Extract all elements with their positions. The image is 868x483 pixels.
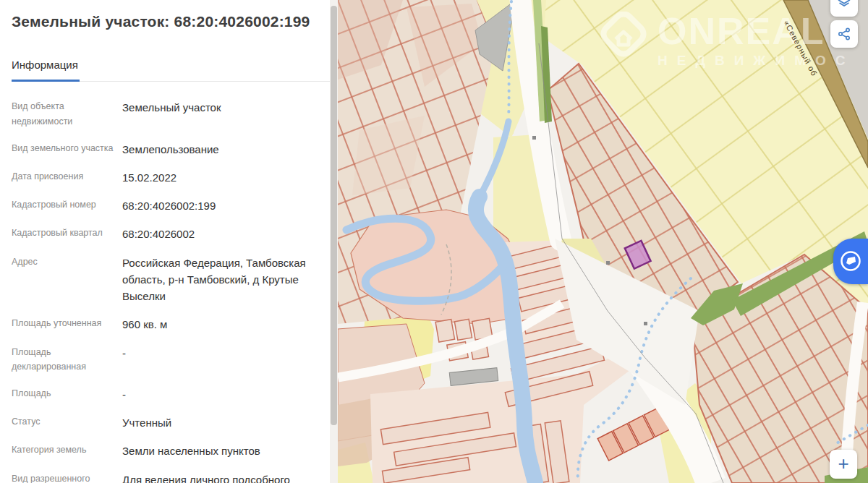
info-row-address: Адрес Российская Федерация, Тамбовская о…: [12, 255, 330, 305]
tab-information[interactable]: Информация: [12, 53, 80, 82]
power-line-marker: [644, 322, 647, 325]
share-button[interactable]: [830, 20, 858, 48]
parcel-info-button[interactable]: [833, 239, 868, 284]
info-row-land-category: Категория земель Земли населенных пункто…: [12, 443, 330, 459]
share-icon: [837, 27, 851, 41]
layers-icon: [836, 0, 852, 10]
layers-button[interactable]: [830, 0, 858, 17]
zoom-in-label: +: [838, 454, 848, 473]
info-rows: Вид объекта недвижимости Земельный участ…: [12, 82, 330, 483]
info-row-parcel-kind: Вид земельного участка Землепользование: [12, 141, 330, 158]
power-line-marker: [606, 261, 610, 265]
parcel-circle-icon: [838, 249, 863, 274]
info-row-area: Площадь -: [12, 386, 330, 403]
info-row-area-declared: Площадь декларированная -: [12, 345, 330, 375]
page-title: Земельный участок: 68:20:4026002:199: [12, 0, 330, 31]
info-row-cadastral-number: Кадастровый номер 68:20:4026002:199: [12, 197, 330, 214]
scrollbar-thumb[interactable]: [331, 6, 337, 425]
info-panel: Земельный участок: 68:20:4026002:199 Инф…: [0, 0, 330, 483]
info-row-status: Статус Учтенный: [12, 414, 330, 431]
cadastral-viewer: Земельный участок: 68:20:4026002:199 Инф…: [0, 0, 868, 483]
map-container[interactable]: ONREAL НЕДВИЖИМОС «Северный об: [338, 0, 868, 483]
info-row-permitted-use: Вид разрешенного Для ведения личного под…: [12, 471, 330, 483]
cadastral-map-canvas[interactable]: [338, 0, 868, 483]
panel-scrollbar[interactable]: [330, 0, 338, 483]
zoom-in-button[interactable]: +: [830, 450, 857, 479]
info-row-area-refined: Площадь уточненная 960 кв. м: [12, 316, 330, 333]
tab-bar: Информация: [12, 53, 330, 82]
info-row-date: Дата присвоения 15.02.2022: [12, 169, 330, 186]
info-row-cadastral-block: Кадастровый квартал 68:20:4026002: [12, 226, 330, 242]
power-line-marker: [532, 136, 536, 140]
info-row-object-kind: Вид объекта недвижимости Земельный участ…: [12, 99, 330, 129]
